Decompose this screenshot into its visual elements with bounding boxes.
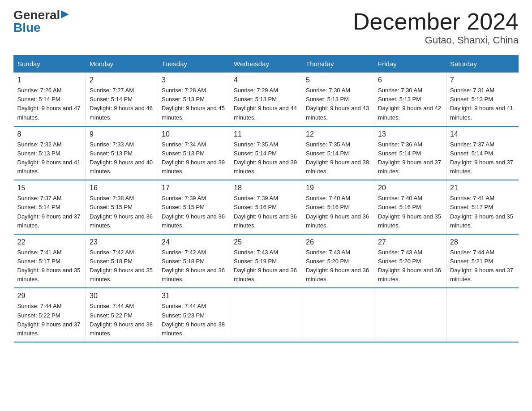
daylight-label: Daylight: 9 hours and 46 minutes. — [90, 105, 153, 120]
day-number: 10 — [162, 130, 226, 138]
sunrise-label: Sunrise: 7:44 AM — [450, 249, 494, 256]
week-row-1: 1 Sunrise: 7:26 AM Sunset: 5:14 PM Dayli… — [14, 73, 519, 126]
day-number: 25 — [234, 238, 298, 246]
day-cell: 31 Sunrise: 7:44 AM Sunset: 5:23 PM Dayl… — [158, 288, 230, 342]
day-info: Sunrise: 7:37 AM Sunset: 5:14 PM Dayligh… — [17, 194, 82, 230]
sunset-label: Sunset: 5:16 PM — [378, 204, 421, 210]
logo-triangle-icon — [61, 10, 69, 18]
day-number: 24 — [162, 238, 226, 246]
sunrise-label: Sunrise: 7:30 AM — [378, 87, 422, 94]
day-info: Sunrise: 7:31 AM Sunset: 5:13 PM Dayligh… — [450, 86, 515, 122]
day-number: 17 — [162, 184, 226, 192]
daylight-label: Daylight: 9 hours and 35 minutes. — [90, 267, 153, 283]
sunrise-label: Sunrise: 7:31 AM — [450, 87, 494, 94]
day-cell: 30 Sunrise: 7:44 AM Sunset: 5:22 PM Dayl… — [86, 288, 158, 342]
daylight-label: Daylight: 9 hours and 36 minutes. — [90, 213, 153, 229]
day-cell: 29 Sunrise: 7:44 AM Sunset: 5:22 PM Dayl… — [14, 288, 86, 342]
svg-marker-0 — [61, 10, 69, 18]
day-cell: 15 Sunrise: 7:37 AM Sunset: 5:14 PM Dayl… — [14, 180, 86, 234]
col-thursday: Thursday — [302, 56, 374, 73]
col-friday: Friday — [374, 56, 446, 73]
title-block: December 2024 Gutao, Shanxi, China — [353, 9, 519, 46]
day-number: 6 — [378, 76, 442, 84]
day-cell: 7 Sunrise: 7:31 AM Sunset: 5:13 PM Dayli… — [446, 73, 519, 126]
day-info: Sunrise: 7:41 AM Sunset: 5:17 PM Dayligh… — [17, 248, 82, 284]
day-number: 9 — [90, 130, 154, 138]
day-cell: 23 Sunrise: 7:42 AM Sunset: 5:18 PM Dayl… — [86, 234, 158, 288]
day-info: Sunrise: 7:44 AM Sunset: 5:23 PM Dayligh… — [162, 302, 226, 338]
day-info: Sunrise: 7:30 AM Sunset: 5:13 PM Dayligh… — [378, 86, 442, 122]
week-row-5: 29 Sunrise: 7:44 AM Sunset: 5:22 PM Dayl… — [14, 288, 519, 342]
day-number: 4 — [234, 76, 298, 84]
daylight-label: Daylight: 9 hours and 43 minutes. — [306, 105, 369, 120]
day-info: Sunrise: 7:36 AM Sunset: 5:14 PM Dayligh… — [378, 140, 442, 176]
calendar-header: Sunday Monday Tuesday Wednesday Thursday… — [14, 56, 519, 73]
sunset-label: Sunset: 5:16 PM — [306, 204, 349, 210]
day-info: Sunrise: 7:33 AM Sunset: 5:13 PM Dayligh… — [90, 140, 154, 176]
day-info: Sunrise: 7:29 AM Sunset: 5:13 PM Dayligh… — [234, 86, 298, 122]
daylight-label: Daylight: 9 hours and 39 minutes. — [234, 159, 297, 175]
day-info: Sunrise: 7:40 AM Sunset: 5:16 PM Dayligh… — [306, 194, 370, 230]
daylight-label: Daylight: 9 hours and 37 minutes. — [17, 321, 81, 337]
daylight-label: Daylight: 9 hours and 35 minutes. — [17, 267, 81, 283]
logo-blue: Blue — [13, 21, 41, 34]
day-info: Sunrise: 7:35 AM Sunset: 5:14 PM Dayligh… — [234, 140, 298, 176]
day-number: 23 — [90, 238, 154, 246]
sunrise-label: Sunrise: 7:28 AM — [162, 87, 206, 94]
sunset-label: Sunset: 5:14 PM — [17, 96, 60, 103]
sunrise-label: Sunrise: 7:37 AM — [17, 195, 62, 201]
sunrise-label: Sunrise: 7:41 AM — [450, 195, 494, 201]
day-cell: 12 Sunrise: 7:35 AM Sunset: 5:14 PM Dayl… — [302, 126, 374, 180]
daylight-label: Daylight: 9 hours and 44 minutes. — [234, 105, 297, 120]
day-info: Sunrise: 7:30 AM Sunset: 5:13 PM Dayligh… — [306, 86, 370, 122]
daylight-label: Daylight: 9 hours and 37 minutes. — [17, 213, 81, 229]
day-number: 28 — [450, 238, 515, 246]
sunrise-label: Sunrise: 7:43 AM — [378, 249, 422, 256]
day-number: 5 — [306, 76, 370, 84]
day-cell: 14 Sunrise: 7:37 AM Sunset: 5:14 PM Dayl… — [446, 126, 519, 180]
day-info: Sunrise: 7:39 AM Sunset: 5:16 PM Dayligh… — [234, 194, 298, 230]
daylight-label: Daylight: 9 hours and 42 minutes. — [378, 105, 441, 120]
day-number: 18 — [234, 184, 298, 192]
day-info: Sunrise: 7:34 AM Sunset: 5:13 PM Dayligh… — [162, 140, 226, 176]
sunrise-label: Sunrise: 7:38 AM — [90, 195, 134, 201]
day-number: 8 — [17, 130, 82, 138]
sunrise-label: Sunrise: 7:44 AM — [162, 303, 206, 309]
day-cell: 5 Sunrise: 7:30 AM Sunset: 5:13 PM Dayli… — [302, 73, 374, 126]
day-info: Sunrise: 7:43 AM Sunset: 5:19 PM Dayligh… — [234, 248, 298, 284]
sunrise-label: Sunrise: 7:27 AM — [90, 87, 134, 94]
sunrise-label: Sunrise: 7:36 AM — [378, 141, 422, 148]
sunset-label: Sunset: 5:14 PM — [234, 150, 277, 157]
day-number: 27 — [378, 238, 442, 246]
day-info: Sunrise: 7:43 AM Sunset: 5:20 PM Dayligh… — [378, 248, 442, 284]
day-number: 29 — [17, 292, 82, 300]
day-info: Sunrise: 7:39 AM Sunset: 5:15 PM Dayligh… — [162, 194, 226, 230]
sunset-label: Sunset: 5:21 PM — [450, 258, 493, 265]
day-info: Sunrise: 7:40 AM Sunset: 5:16 PM Dayligh… — [378, 194, 442, 230]
sunset-label: Sunset: 5:18 PM — [90, 258, 133, 265]
day-cell: 9 Sunrise: 7:33 AM Sunset: 5:13 PM Dayli… — [86, 126, 158, 180]
sunrise-label: Sunrise: 7:43 AM — [306, 249, 350, 256]
day-cell: 26 Sunrise: 7:43 AM Sunset: 5:20 PM Dayl… — [302, 234, 374, 288]
sunset-label: Sunset: 5:19 PM — [234, 258, 277, 265]
daylight-label: Daylight: 9 hours and 36 minutes. — [234, 267, 297, 283]
day-cell: 11 Sunrise: 7:35 AM Sunset: 5:14 PM Dayl… — [230, 126, 302, 180]
sunrise-label: Sunrise: 7:33 AM — [90, 141, 134, 148]
week-row-2: 8 Sunrise: 7:32 AM Sunset: 5:13 PM Dayli… — [14, 126, 519, 180]
logo-general: General — [13, 9, 60, 21]
sunrise-label: Sunrise: 7:44 AM — [17, 303, 62, 309]
sunrise-label: Sunrise: 7:29 AM — [234, 87, 278, 94]
day-info: Sunrise: 7:38 AM Sunset: 5:15 PM Dayligh… — [90, 194, 154, 230]
daylight-label: Daylight: 9 hours and 38 minutes. — [306, 159, 369, 175]
sunrise-label: Sunrise: 7:35 AM — [306, 141, 350, 148]
day-number: 30 — [90, 292, 154, 300]
col-saturday: Saturday — [446, 56, 519, 73]
day-number: 19 — [306, 184, 370, 192]
sunset-label: Sunset: 5:14 PM — [450, 150, 493, 157]
day-info: Sunrise: 7:37 AM Sunset: 5:14 PM Dayligh… — [450, 140, 515, 176]
day-number: 15 — [17, 184, 82, 192]
header-row: Sunday Monday Tuesday Wednesday Thursday… — [14, 56, 519, 73]
day-info: Sunrise: 7:26 AM Sunset: 5:14 PM Dayligh… — [17, 86, 82, 122]
daylight-label: Daylight: 9 hours and 40 minutes. — [90, 159, 153, 175]
sunset-label: Sunset: 5:15 PM — [162, 204, 205, 210]
